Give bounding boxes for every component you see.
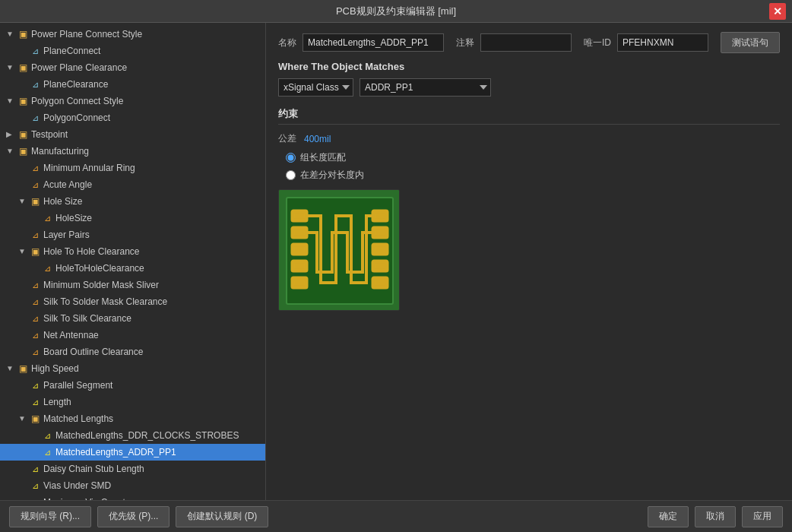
tree-item-hole-size[interactable]: ▼▣Hole Size — [0, 193, 265, 210]
tree-item-matched-lengths[interactable]: ▼▣Matched Lengths — [0, 410, 265, 427]
tree-item-silk-to-solder-mask-clearance[interactable]: ⊿Silk To Solder Mask Clearance — [0, 293, 265, 310]
svg-rect-11 — [373, 278, 387, 287]
rule-icon: ⊿ — [29, 330, 41, 340]
test-button[interactable]: 测试语句 — [721, 32, 780, 53]
tree-item-minimum-solder-mask-sliver[interactable]: ⊿Minimum Solder Mask Sliver — [0, 277, 265, 293]
svg-rect-9 — [373, 245, 387, 254]
tree-item-label: Vias Under SMD — [43, 479, 111, 492]
tree-item-label: Length — [43, 395, 71, 409]
tree-arrow: ▼ — [6, 144, 15, 158]
right-panel: 名称 注释 唯一ID 测试语句 Where The Object Matches… — [266, 23, 792, 500]
tree-item-acute-angle[interactable]: ⊿Acute Angle — [0, 176, 265, 193]
svg-rect-6 — [293, 278, 306, 287]
tree-item-vias-under-smd[interactable]: ⊿Vias Under SMD — [0, 477, 265, 494]
svg-rect-4 — [293, 245, 306, 254]
tree-item-label: PlaneClearance — [43, 78, 108, 91]
folder-icon: ▣ — [17, 146, 29, 157]
rule-icon: ⊿ — [29, 46, 41, 56]
folder-icon: ▣ — [29, 196, 41, 207]
tree-item-label: Minimum Annular Ring — [43, 161, 135, 175]
tree-item-polygon-connect[interactable]: ⊿PolygonConnect — [0, 109, 265, 126]
svg-rect-2 — [293, 211, 306, 220]
close-button[interactable]: ✕ — [769, 3, 786, 20]
tree-item-testpoint[interactable]: ▶▣Testpoint — [0, 126, 265, 143]
tree-item-matched-ddr[interactable]: ⊿MatchedLengths_DDR_CLOCKS_STROBES — [0, 427, 265, 444]
priority-button[interactable]: 优先级 (P)... — [97, 506, 169, 527]
tree-item-label: Minimum Solder Mask Sliver — [43, 278, 159, 292]
signal-class-select[interactable]: xSignal Class Net Net Class Layer Custom — [278, 78, 353, 97]
ok-button[interactable]: 确定 — [648, 506, 689, 527]
tolerance-value[interactable]: 400mil — [304, 134, 331, 144]
rule-icon: ⊿ — [29, 480, 41, 491]
uid-input[interactable] — [617, 33, 708, 52]
group-match-radio[interactable] — [286, 153, 296, 163]
comment-input[interactable] — [480, 33, 572, 52]
tree-item-label: Parallel Segment — [43, 378, 112, 392]
tree-item-parallel-segment[interactable]: ⊿Parallel Segment — [0, 377, 265, 394]
tree-item-minimum-annular-ring[interactable]: ⊿Minimum Annular Ring — [0, 160, 265, 176]
rule-icon: ⊿ — [41, 263, 53, 274]
svg-rect-8 — [373, 228, 387, 237]
tree-item-holetoholeclearance[interactable]: ⊿HoleToHoleClearance — [0, 260, 265, 277]
tree-item-label: Acute Angle — [43, 178, 92, 192]
signal-value-select[interactable]: ADDR_PP1 DDR_CLOCKS_STROBES All — [360, 78, 491, 97]
tree-item-manufacturing[interactable]: ▼▣Manufacturing — [0, 143, 265, 160]
folder-icon: ▣ — [17, 129, 29, 140]
comment-label: 注释 — [456, 36, 474, 49]
tree-item-plane-clearance[interactable]: ⊿PlaneClearance — [0, 76, 265, 93]
tree-item-label: Daisy Chain Stub Length — [43, 462, 144, 476]
rule-icon: ⊿ — [29, 112, 41, 123]
cancel-button[interactable]: 取消 — [695, 506, 736, 527]
tree-item-holesize[interactable]: ⊿HoleSize — [0, 210, 265, 226]
rule-icon: ⊿ — [41, 447, 53, 458]
tree-item-label: HoleToHoleClearance — [55, 261, 144, 275]
title-bar: PCB规则及约束编辑器 [mil] ✕ — [0, 0, 792, 23]
where-matches-title: Where The Object Matches — [278, 61, 780, 72]
rule-icon: ⊿ — [29, 280, 41, 290]
tree-item-hole-to-hole-clearance[interactable]: ▼▣Hole To Hole Clearance — [0, 243, 265, 260]
folder-icon: ▣ — [17, 363, 29, 374]
tree-panel: ▼▣Power Plane Connect Style⊿PlaneConnect… — [0, 23, 266, 500]
rule-icon: ⊿ — [29, 296, 41, 307]
tree-item-label: PolygonConnect — [43, 111, 110, 125]
rule-icon: ⊿ — [29, 380, 41, 391]
tree-item-label: Polygon Connect Style — [31, 94, 123, 108]
tree-item-label: Maximum Via Count — [43, 496, 125, 500]
name-label: 名称 — [278, 36, 296, 49]
rule-icon: ⊿ — [29, 313, 41, 324]
tree-item-layer-pairs[interactable]: ⊿Layer Pairs — [0, 226, 265, 243]
name-input[interactable] — [303, 33, 444, 52]
tree-item-length[interactable]: ⊿Length — [0, 394, 265, 410]
rule-icon: ⊿ — [29, 397, 41, 407]
tree-arrow: ▶ — [6, 128, 15, 141]
rule-icon: ⊿ — [29, 163, 41, 173]
tree-item-power-plane-connect-style[interactable]: ▼▣Power Plane Connect Style — [0, 26, 265, 43]
tree-item-label: Hole Size — [43, 195, 82, 208]
tree-item-power-plane-clearance[interactable]: ▼▣Power Plane Clearance — [0, 59, 265, 76]
apply-button[interactable]: 应用 — [742, 506, 783, 527]
tree-item-board-outline-clearance[interactable]: ⊿Board Outline Clearance — [0, 344, 265, 360]
folder-icon: ▣ — [17, 29, 29, 40]
rule-icon: ⊿ — [29, 79, 41, 90]
folder-icon: ▣ — [29, 413, 41, 424]
tree-item-polygon-connect-style[interactable]: ▼▣Polygon Connect Style — [0, 93, 265, 109]
rule-icon: ⊿ — [41, 213, 53, 223]
title-bar-title: PCB规则及约束编辑器 [mil] — [23, 5, 769, 18]
tree-item-label: Layer Pairs — [43, 228, 90, 242]
tree-item-label: Manufacturing — [31, 144, 89, 158]
rule-icon: ⊿ — [29, 347, 41, 357]
tree-item-matched-addr[interactable]: ⊿MatchedLengths_ADDR_PP1➜ — [0, 444, 265, 461]
tree-item-silk-to-silk-clearance[interactable]: ⊿Silk To Silk Clearance — [0, 310, 265, 327]
tree-item-high-speed[interactable]: ▼▣High Speed — [0, 360, 265, 377]
tree-item-net-antennae[interactable]: ⊿Net Antennae — [0, 327, 265, 344]
tree-item-maximum-via-count[interactable]: ⊿Maximum Via Count — [0, 494, 265, 500]
tree-item-daisy-chain-stub-length[interactable]: ⊿Daisy Chain Stub Length — [0, 461, 265, 477]
diff-pair-match-label: 在差分对长度内 — [300, 169, 364, 182]
rule-icon: ⊿ — [29, 230, 41, 240]
diff-pair-match-radio[interactable] — [286, 170, 296, 180]
rule-wizard-button[interactable]: 规则向导 (R)... — [9, 506, 91, 527]
bottom-bar: 规则向导 (R)... 优先级 (P)... 创建默认规则 (D) 确定 取消 … — [0, 500, 792, 532]
tree-arrow: ▼ — [18, 412, 27, 426]
tree-item-plane-connect[interactable]: ⊿PlaneConnect — [0, 43, 265, 59]
create-default-rules-button[interactable]: 创建默认规则 (D) — [176, 506, 268, 527]
